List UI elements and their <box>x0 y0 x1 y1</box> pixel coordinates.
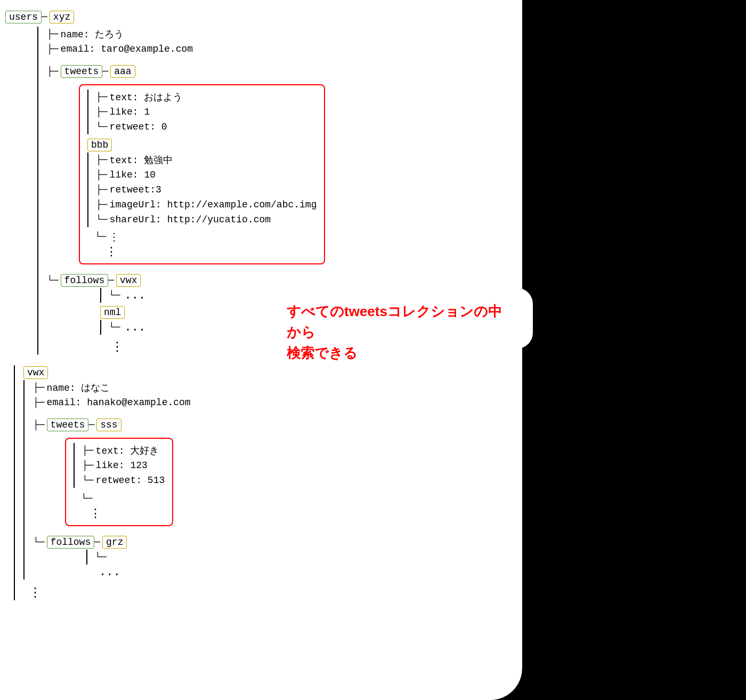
vwx-name: name: はなこ <box>47 381 110 394</box>
follows-grz-child-row: └─ <box>95 550 512 565</box>
tweet-aaa-label: aaa <box>110 65 135 78</box>
bbb-children: ├─ text: 勉強中 ├─ like: 10 ├─ retweet:3 <box>87 152 317 227</box>
aaa-children: ├─ text: おはよう ├─ like: 1 └─ retweet: 0 <box>87 90 317 134</box>
vwx-follows-label: follows <box>47 536 95 549</box>
tweet-bbb-row: bbb <box>87 138 317 152</box>
sss-text-row: ├─ text: 大好き <box>82 443 165 458</box>
aaa-like: like: 1 <box>110 107 150 117</box>
user-vwx-label: vwx <box>23 366 48 379</box>
root-row: users ─ xyz <box>5 10 512 25</box>
sss-vert-dots: ⋮ <box>74 506 165 521</box>
tweets-red-box-container: ├─ text: おはよう ├─ like: 1 └─ retweet: 0 <box>47 81 512 268</box>
bbb-shareurl-row: └─ shareUrl: http://yucatio.com <box>96 212 317 227</box>
vert-dots-1: ⋮ <box>111 339 124 355</box>
tweets-dots: ⋮ <box>109 230 121 244</box>
vwx-email: email: hanako@example.com <box>47 397 191 408</box>
bbb-retweet-row: ├─ retweet:3 <box>96 182 317 197</box>
xyz-email: email: taro@example.com <box>61 44 193 54</box>
follows-vwx-label: vwx <box>116 274 141 287</box>
bbb-imageurl-row: ├─ imageUrl: http://example.com/abc.img <box>96 197 317 212</box>
sss-like: like: 123 <box>96 460 148 471</box>
dots-indicator: ⋮ <box>103 245 117 259</box>
connector: ─ <box>42 12 47 22</box>
follows-nml-label: nml <box>100 306 125 319</box>
vwx-tweets-red-box-container: ├─ text: 大好き ├─ like: 123 └─ retweet: 51… <box>33 435 512 529</box>
xyz-follows-label: follows <box>61 274 109 287</box>
sss-like-row: ├─ like: 123 <box>82 458 165 473</box>
follows-grz-inner: └─ <box>86 550 512 565</box>
tweet-sss-label: sss <box>96 419 121 431</box>
bbb-like: like: 10 <box>110 170 156 180</box>
follows-grz-children: └─ ... <box>33 550 512 580</box>
follows-grz-dots: ... <box>86 565 512 580</box>
aaa-retweet: retweet: 0 <box>110 122 167 132</box>
follows-vwx-dots: ... <box>123 289 146 302</box>
follows-nml-dots: ... <box>123 321 146 334</box>
sss-retweet-row: └─ retweet: 513 <box>82 473 165 488</box>
annotation-overlay: すべてのtweetsコレクションの中から 検索できる <box>272 291 517 374</box>
root-dots: ⋮ <box>29 586 42 600</box>
tweets-dots-row: └─ ⋮ <box>87 229 317 244</box>
grz-dots: ... <box>97 566 120 579</box>
sss-text: text: 大好き <box>96 444 159 457</box>
follows-grz-label: grz <box>102 536 127 549</box>
vwx-tweets-label: tweets <box>47 419 89 431</box>
bbb-text-row: ├─ text: 勉強中 <box>96 152 317 167</box>
tweets-red-box: ├─ text: おはよう ├─ like: 1 └─ retweet: 0 <box>79 84 325 264</box>
root-vert-dots: ⋮ <box>23 585 512 600</box>
xyz-name-row: ├─ name: たろう <box>47 27 512 42</box>
bbb-text: text: 勉強中 <box>110 154 173 166</box>
xyz-tweets-row: ├─ tweets ─ aaa <box>47 64 512 79</box>
xyz-follows-row: └─ follows ─ vwx <box>47 273 512 288</box>
vwx-email-row: ├─ email: hanako@example.com <box>33 395 512 410</box>
vwx-tweets-row: ├─ tweets ─ sss <box>33 417 512 432</box>
vwx-follows-row: └─ follows ─ grz <box>33 535 512 550</box>
vwx-children: ├─ name: はなこ ├─ email: hanako@example.co… <box>23 380 512 580</box>
sss-children: ├─ text: 大好き ├─ like: 123 └─ retweet: 51… <box>74 443 165 488</box>
bbb-retweet: retweet:3 <box>110 184 161 195</box>
bbb-shareurl: shareUrl: http://yucatio.com <box>110 214 271 225</box>
sss-more-row: └─ <box>74 491 165 506</box>
annotation-main-text: すべてのtweetsコレクションの中から 検索できる <box>287 301 502 364</box>
bbb-imageurl: imageUrl: http://example.com/abc.img <box>110 199 317 210</box>
tweets-more-dots: ⋮ <box>87 244 317 259</box>
vwx-tweets-red-box: ├─ text: 大好き ├─ like: 123 └─ retweet: 51… <box>65 438 173 526</box>
tweet-bbb-label: bbb <box>87 139 112 151</box>
xyz-tweets-label: tweets <box>61 65 103 78</box>
aaa-text: text: おはよう <box>110 91 183 103</box>
vwx-name-row: ├─ name: はなこ <box>33 380 512 395</box>
aaa-like-row: ├─ like: 1 <box>96 104 317 119</box>
bbb-like-row: ├─ like: 10 <box>96 167 317 182</box>
sss-dots: ⋮ <box>90 506 101 521</box>
user-vwx-root: vwx ├─ name: はなこ ├─ email: hanako@exampl… <box>5 365 512 600</box>
aaa-retweet-row: └─ retweet: 0 <box>96 119 317 134</box>
user-xyz-label: xyz <box>50 11 74 23</box>
root-label: users <box>5 11 42 23</box>
sss-retweet: retweet: 513 <box>96 475 165 486</box>
xyz-name: name: たろう <box>61 28 124 41</box>
xyz-email-row: ├─ email: taro@example.com <box>47 42 512 57</box>
vwx-subtree-outer: vwx ├─ name: はなこ ├─ email: hanako@exampl… <box>14 365 512 600</box>
aaa-text-row: ├─ text: おはよう <box>96 90 317 104</box>
